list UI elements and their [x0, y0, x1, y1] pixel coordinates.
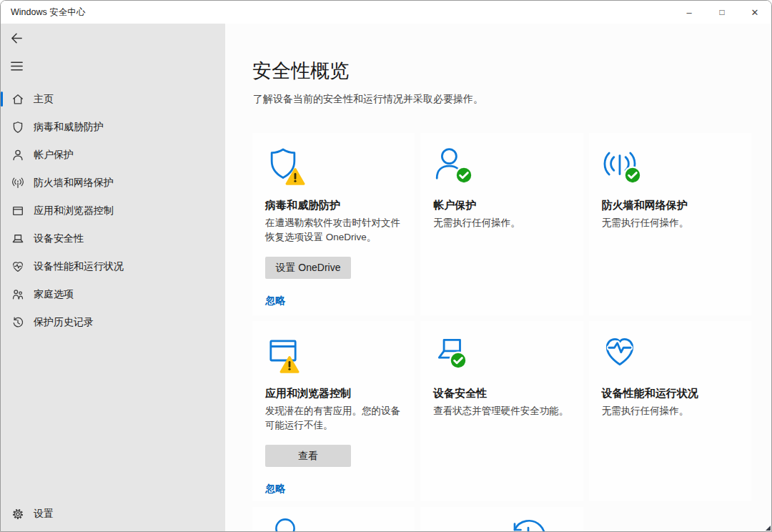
- page-title: 安全性概览: [252, 58, 349, 84]
- resize-grip[interactable]: [766, 526, 771, 531]
- dismiss-link[interactable]: 忽略: [265, 295, 285, 307]
- person-icon: [433, 146, 469, 182]
- menu-button[interactable]: [9, 58, 24, 74]
- sidebar-item-device-security[interactable]: 设备安全性: [1, 225, 225, 252]
- back-arrow-icon: [10, 31, 24, 45]
- card-description: 发现潜在的有害应用。您的设备可能运行不佳。: [265, 404, 402, 432]
- card-title: 设备性能和运行状况: [602, 387, 738, 400]
- heart-pulse-icon: [602, 334, 638, 370]
- sidebar-item-protection-history[interactable]: 保护历史记录: [1, 308, 225, 336]
- gear-icon: [11, 507, 24, 521]
- selected-indicator: [1, 92, 3, 107]
- window-title: Windows 安全中心: [11, 1, 85, 24]
- shield-icon: [265, 146, 301, 182]
- person-icon: [11, 148, 24, 162]
- main-content: 安全性概览 了解设备当前的安全性和运行情况并采取必要操作。 病毒和威胁防护 在遭…: [225, 24, 771, 531]
- grid-empty-cell: [589, 507, 751, 531]
- sidebar: 主页 病毒和威胁防护 帐户保护 防火墙和网络保护: [1, 24, 225, 532]
- sidebar-item-virus-threat[interactable]: 病毒和威胁防护: [1, 113, 225, 141]
- card-description: 无需执行任何操作。: [433, 216, 570, 230]
- sidebar-item-family[interactable]: 家庭选项: [1, 280, 225, 308]
- card-account-protection: 帐户保护 无需执行任何操作。: [420, 133, 583, 315]
- sidebar-item-label: 防火墙和网络保护: [34, 177, 114, 189]
- dismiss-link[interactable]: 忽略: [265, 483, 285, 496]
- warning-badge-icon: [285, 167, 305, 186]
- maximize-button[interactable]: □: [706, 1, 738, 24]
- hamburger-icon: [10, 59, 24, 73]
- sidebar-item-label: 应用和浏览器控制: [34, 205, 114, 217]
- window-controls: – □ ✕: [673, 1, 771, 24]
- card-firewall-network: 防火墙和网络保护 无需执行任何操作。: [589, 133, 751, 315]
- card-title: 帐户保护: [433, 199, 570, 212]
- history-icon: [11, 315, 24, 329]
- sidebar-item-firewall[interactable]: 防火墙和网络保护: [1, 169, 225, 197]
- sidebar-item-label: 设备性能和运行状况: [34, 260, 124, 273]
- sidebar-item-label: 家庭选项: [34, 288, 74, 301]
- card-title: 设备安全性: [433, 387, 570, 400]
- home-icon: [11, 92, 24, 106]
- sidebar-item-label: 设置: [34, 508, 54, 521]
- card-description: 无需执行任何操作。: [602, 404, 738, 418]
- close-button[interactable]: ✕: [738, 1, 771, 24]
- app-window-icon: [265, 334, 301, 370]
- family-icon: [274, 517, 296, 531]
- sidebar-item-label: 主页: [34, 93, 54, 106]
- sidebar-item-device-performance[interactable]: 设备性能和运行状况: [1, 252, 225, 280]
- heart-pulse-icon: [11, 260, 24, 273]
- setup-onedrive-button[interactable]: 设置 OneDrive: [265, 257, 351, 279]
- laptop-icon: [11, 232, 24, 245]
- sidebar-item-label: 帐户保护: [34, 149, 74, 162]
- ok-badge-icon: [623, 166, 642, 184]
- card-device-performance: 设备性能和运行状况 无需执行任何操作。: [589, 321, 751, 501]
- back-button[interactable]: [9, 30, 24, 46]
- app-window-icon: [11, 204, 24, 217]
- shield-icon: [11, 120, 24, 134]
- network-icon: [602, 146, 638, 182]
- titlebar: Windows 安全中心 – □ ✕: [1, 1, 771, 24]
- history-icon: [508, 516, 548, 531]
- page-subtitle: 了解设备当前的安全性和运行情况并采取必要操作。: [253, 93, 483, 106]
- card-title: 病毒和威胁防护: [265, 199, 402, 212]
- card-virus-threat: 病毒和威胁防护 在遭遇勒索软件攻击时针对文件恢复选项设置 OneDrive。 设…: [252, 133, 415, 315]
- sidebar-item-label: 病毒和威胁防护: [34, 121, 104, 134]
- sidebar-settings: 设置: [1, 500, 225, 528]
- sidebar-item-account[interactable]: 帐户保护: [1, 141, 225, 169]
- sidebar-item-settings[interactable]: 设置: [1, 500, 225, 528]
- warning-badge-icon: [279, 355, 300, 374]
- network-icon: [11, 176, 24, 189]
- sidebar-item-label: 设备安全性: [34, 232, 84, 245]
- card-family-options: [252, 507, 415, 531]
- card-description: 查看状态并管理硬件安全功能。: [433, 404, 570, 418]
- card-description: 无需执行任何操作。: [602, 216, 738, 230]
- card-grid: 病毒和威胁防护 在遭遇勒索软件攻击时针对文件恢复选项设置 OneDrive。 设…: [252, 133, 751, 531]
- card-description: 在遭遇勒索软件攻击时针对文件恢复选项设置 OneDrive。: [265, 216, 402, 244]
- card-protection-history: [420, 507, 583, 531]
- card-app-browser: 应用和浏览器控制 发现潜在的有害应用。您的设备可能运行不佳。 查看 忽略: [252, 321, 415, 501]
- ok-badge-icon: [455, 166, 473, 184]
- card-title: 防火墙和网络保护: [602, 199, 738, 212]
- minimize-button[interactable]: –: [673, 1, 706, 24]
- sidebar-nav: 主页 病毒和威胁防护 帐户保护 防火墙和网络保护: [1, 85, 225, 336]
- sidebar-item-app-browser[interactable]: 应用和浏览器控制: [1, 197, 225, 225]
- sidebar-item-label: 保护历史记录: [34, 316, 94, 329]
- review-button[interactable]: 查看: [265, 445, 351, 467]
- sidebar-item-home[interactable]: 主页: [1, 85, 225, 113]
- card-device-security: 设备安全性 查看状态并管理硬件安全功能。: [420, 321, 583, 501]
- laptop-icon: [433, 334, 469, 370]
- ok-badge-icon: [449, 351, 467, 370]
- card-title: 应用和浏览器控制: [265, 387, 402, 400]
- app-window: Windows 安全中心 – □ ✕ 主页: [0, 0, 772, 532]
- family-icon: [11, 287, 24, 301]
